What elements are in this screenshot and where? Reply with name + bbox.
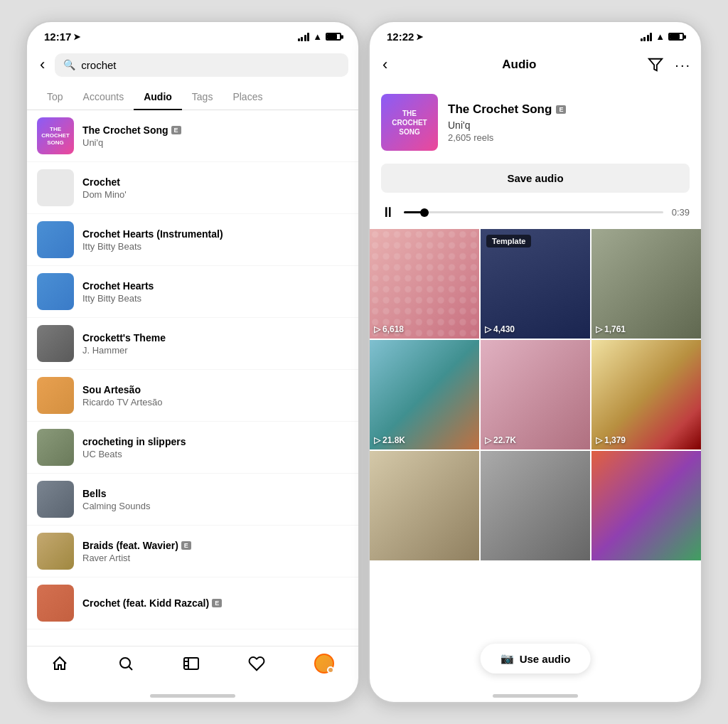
audio-artist-3: Itty Bitty Beats [82, 241, 348, 252]
explicit-badge-1: E [171, 126, 181, 134]
list-item[interactable]: Bells Calming Sounds [27, 474, 358, 526]
video-cell-8[interactable] [481, 451, 590, 560]
audio-artist-9: Raver Artist [82, 553, 348, 563]
tab-top[interactable]: Top [37, 84, 73, 110]
audio-thumb-7 [37, 429, 74, 466]
explicit-badge-9: E [181, 541, 191, 550]
time-left: 12:17 [44, 31, 71, 43]
audio-title-2: Crochet [82, 176, 348, 188]
video-count-6: ▷ 1,379 [596, 435, 626, 445]
use-audio-button[interactable]: 📷 Use audio [481, 644, 591, 674]
video-cell-5[interactable]: ▷ 22.7K [481, 340, 590, 449]
video-cell-7[interactable] [370, 451, 479, 560]
video-count-2: ▷ 4,430 [485, 324, 515, 334]
list-item[interactable]: THECROCHETSONG The Crochet Song E Uni'q [27, 110, 358, 162]
audio-artist-1: Uni'q [82, 137, 348, 148]
search-header: ‹ 🔍 crochet [27, 47, 358, 84]
audio-info-8: Bells Calming Sounds [82, 488, 348, 511]
audio-thumb-9 [37, 533, 74, 570]
audio-info-10: Crochet (feat. Kidd Razcal) E [82, 597, 348, 609]
video-cell-2[interactable]: Template ▷ 4,430 [481, 229, 590, 339]
list-item[interactable]: Braids (feat. Wavier) E Raver Artist [27, 526, 358, 577]
save-audio-button[interactable]: Save audio [381, 164, 690, 193]
tab-audio[interactable]: Audio [134, 84, 182, 110]
list-item[interactable]: crocheting in slippers UC Beats [27, 422, 358, 474]
video-cell-4[interactable]: ▷ 21.8K [370, 340, 479, 449]
wifi-icon-left: ▲ [313, 31, 322, 42]
audio-title-5: Crockett's Theme [82, 332, 348, 344]
audio-title-1: The Crochet Song E [82, 124, 348, 136]
home-indicator-right [370, 688, 701, 702]
battery-icon-left [326, 33, 341, 41]
nav-search[interactable] [117, 655, 134, 672]
signal-icon-right [641, 33, 653, 41]
list-item[interactable]: Crochet (feat. Kidd Razcal) E [27, 577, 358, 629]
audio-title-6: Sou Artesão [82, 384, 348, 395]
more-icon[interactable]: ··· [675, 57, 691, 73]
video-cell-9[interactable] [592, 451, 701, 560]
filter-icon[interactable] [648, 57, 663, 73]
nav-heart[interactable] [248, 655, 265, 672]
audio-artist-5: J. Hammer [82, 345, 348, 356]
nav-reels[interactable] [183, 655, 200, 672]
pause-button[interactable]: ⏸ [381, 204, 395, 220]
back-button-right[interactable]: ‹ [380, 53, 390, 77]
video-cell-6[interactable]: ▷ 1,379 [592, 340, 701, 449]
video-cell-3[interactable]: ▷ 1,761 [592, 229, 701, 339]
audio-thumb-6 [37, 377, 74, 414]
nav-profile[interactable] [314, 654, 334, 674]
header-action-icons: ··· [648, 57, 691, 73]
audio-detail-reels: 2,605 reels [448, 132, 690, 143]
audio-info-5: Crockett's Theme J. Hammer [82, 332, 348, 356]
camera-icon: 📷 [500, 652, 514, 665]
tab-tags[interactable]: Tags [182, 84, 223, 110]
search-tabs: Top Accounts Audio Tags Places [27, 84, 358, 110]
video-count-4: ▷ 21.8K [374, 435, 405, 445]
audio-header: ‹ Audio ··· [370, 47, 701, 84]
time-right: 12:22 [387, 31, 414, 43]
audio-thumb-4 [37, 273, 74, 310]
audio-duration: 0:39 [672, 207, 690, 218]
tab-accounts[interactable]: Accounts [73, 84, 134, 110]
audio-thumb-3 [37, 221, 74, 258]
list-item[interactable]: Crochet Hearts (Instrumental) Itty Bitty… [27, 214, 358, 266]
list-item[interactable]: Sou Artesão Ricardo TV Artesão [27, 370, 358, 422]
audio-title-4: Crochet Hearts [82, 280, 348, 292]
audio-info-1: The Crochet Song E Uni'q [82, 124, 348, 148]
status-icons-left: ▲ [298, 31, 341, 42]
svg-rect-2 [184, 658, 198, 669]
audio-info-9: Braids (feat. Wavier) E Raver Artist [82, 540, 348, 563]
audio-artist-8: Calming Sounds [82, 501, 348, 511]
audio-thumb-10 [37, 585, 74, 622]
audio-artist-4: Itty Bitty Beats [82, 293, 348, 304]
video-cell-1[interactable]: ▷ 6,618 [370, 229, 479, 339]
list-item[interactable]: Crochet Dom Mino' [27, 162, 358, 214]
audio-info-7: crocheting in slippers UC Beats [82, 436, 348, 459]
nav-home[interactable] [51, 655, 68, 672]
audio-cover: THECROCHETSONG [381, 94, 438, 151]
list-item[interactable]: Crockett's Theme J. Hammer [27, 318, 358, 370]
svg-rect-5 [370, 229, 479, 339]
audio-detail-info: The Crochet Song E Uni'q 2,605 reels [448, 102, 690, 143]
search-bar[interactable]: 🔍 crochet [55, 53, 348, 77]
svg-point-0 [120, 658, 130, 668]
video-grid: ▷ 6,618 Template ▷ 4,430 ▷ 1,761 [370, 229, 701, 560]
audio-title-8: Bells [82, 488, 348, 499]
list-item[interactable]: Crochet Hearts Itty Bitty Beats [27, 266, 358, 318]
audio-title-9: Braids (feat. Wavier) E [82, 540, 348, 551]
audio-info-2: Crochet Dom Mino' [82, 176, 348, 200]
video-count-3: ▷ 1,761 [596, 324, 626, 334]
progress-dot [420, 208, 429, 217]
back-button[interactable]: ‹ [37, 53, 48, 77]
audio-screen-title: Audio [502, 58, 536, 72]
audio-player: ⏸ 0:39 [370, 196, 701, 229]
audio-info-section: THECROCHETSONG The Crochet Song E Uni'q … [370, 84, 701, 161]
audio-info-6: Sou Artesão Ricardo TV Artesão [82, 384, 348, 408]
left-phone: 12:17 ➤ ▲ ‹ [26, 21, 360, 703]
location-icon-left: ➤ [73, 32, 80, 42]
wifi-icon-right: ▲ [655, 31, 665, 42]
tab-places[interactable]: Places [223, 84, 272, 110]
right-phone: 12:22 ➤ ▲ ‹ [368, 21, 702, 703]
explicit-badge-10: E [212, 599, 222, 607]
progress-bar[interactable] [404, 211, 663, 213]
